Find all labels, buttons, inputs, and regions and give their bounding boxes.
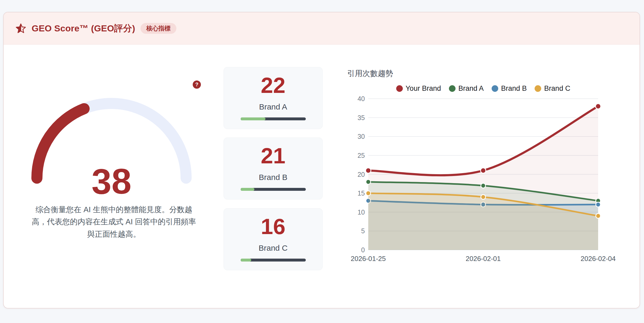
legend-dot-icon — [535, 85, 541, 92]
card-header: GEO Score™ (GEO評分) 核心指標 — [4, 12, 640, 45]
legend-dot-icon — [449, 85, 456, 92]
star-half-icon — [15, 23, 26, 34]
svg-text:40: 40 — [357, 95, 365, 102]
trend-chart: 05101520253035402026-01-252026-02-012026… — [348, 94, 607, 268]
card-title: GEO Score™ (GEO評分) — [32, 22, 135, 35]
svg-text:25: 25 — [357, 152, 365, 159]
competitor-progress-track — [241, 259, 306, 262]
svg-text:2026-01-25: 2026-01-25 — [351, 255, 386, 263]
legend-item[interactable]: Your Brand — [396, 84, 441, 93]
competitor-progress-track — [241, 188, 306, 191]
competitor-progress-fill — [241, 259, 251, 262]
legend-label: Brand C — [544, 84, 570, 93]
core-metric-badge: 核心指標 — [141, 23, 176, 34]
svg-text:0: 0 — [361, 246, 365, 254]
legend-label: Your Brand — [406, 84, 441, 93]
competitor-value: 21 — [224, 145, 322, 167]
competitor-progress-fill — [241, 117, 265, 120]
competitor-name: Brand A — [224, 102, 322, 111]
competitor-card-brand-c: 16 Brand C — [224, 208, 323, 270]
svg-text:15: 15 — [357, 189, 365, 197]
help-icon[interactable]: ? — [193, 80, 201, 89]
svg-text:20: 20 — [357, 171, 365, 178]
svg-text:2026-02-01: 2026-02-01 — [466, 255, 501, 263]
legend-item[interactable]: Brand C — [535, 84, 570, 93]
gauge-description: 综合衡量您在 AI 生熊中的整體能見度。分数越高，代表您的内容在生成式 AI 回… — [28, 203, 199, 240]
gauge-score-value: 38 — [59, 163, 164, 199]
svg-text:5: 5 — [361, 227, 365, 235]
competitor-value: 22 — [224, 74, 322, 96]
legend-label: Brand A — [458, 84, 484, 93]
competitor-progress-fill — [241, 188, 254, 191]
svg-text:2026-02-04: 2026-02-04 — [581, 255, 616, 263]
legend-item[interactable]: Brand A — [449, 84, 484, 93]
page: GEO Score™ (GEO評分) 核心指標 ? 38 综合衡量您在 AI 生… — [0, 0, 644, 323]
competitor-card-brand-a: 22 Brand A — [224, 67, 323, 129]
competitor-card-brand-b: 21 Brand B — [224, 137, 323, 200]
legend-item[interactable]: Brand B — [492, 84, 527, 93]
competitor-value: 16 — [224, 215, 322, 238]
svg-text:35: 35 — [357, 114, 365, 121]
competitor-progress-track — [241, 117, 306, 120]
chart-title: 引用次數趨勢 — [347, 68, 393, 79]
legend-dot-icon — [396, 85, 403, 92]
svg-text:30: 30 — [357, 133, 365, 140]
competitor-name: Brand C — [224, 244, 322, 253]
svg-text:10: 10 — [357, 208, 365, 216]
chart-legend: Your BrandBrand ABrand BBrand C — [368, 83, 598, 94]
legend-dot-icon — [492, 85, 498, 92]
geo-score-card: GEO Score™ (GEO評分) 核心指標 ? 38 综合衡量您在 AI 生… — [3, 12, 640, 308]
legend-label: Brand B — [501, 84, 527, 93]
competitor-name: Brand B — [224, 173, 322, 182]
